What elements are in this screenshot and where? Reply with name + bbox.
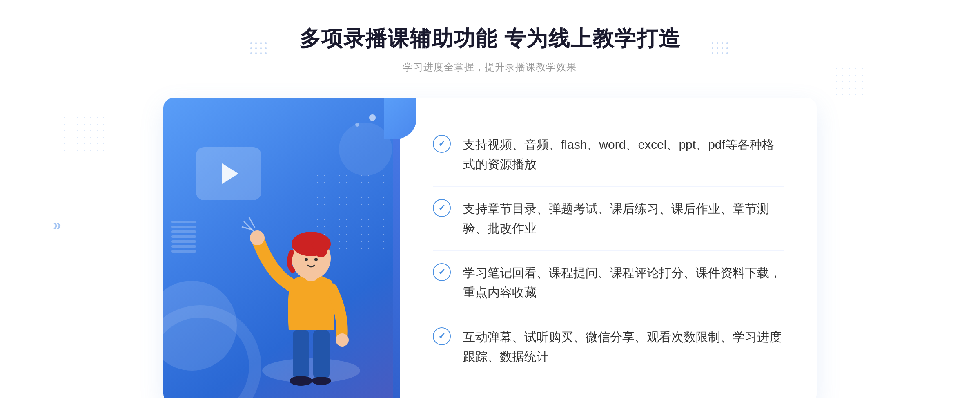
check-icon-3: ✓ (438, 268, 445, 277)
header-dec-right (712, 42, 730, 56)
main-title: 多项录播课辅助功能 专为线上教学打造 (299, 25, 681, 53)
header-dec-left (250, 42, 268, 56)
feature-item-2: ✓ 支持章节目录、弹题考试、课后练习、课后作业、章节测验、批改作业 (433, 187, 784, 251)
svg-point-5 (250, 230, 265, 245)
illustration-container (238, 199, 385, 398)
feature-text-1: 支持视频、音频、flash、word、excel、ppt、pdf等各种格式的资源… (463, 135, 784, 174)
check-icon-4: ✓ (438, 332, 445, 341)
chevron-left-decoration: » (53, 217, 61, 234)
svg-rect-2 (313, 330, 330, 379)
check-circle-4: ✓ (433, 327, 451, 345)
feature-text-3: 学习笔记回看、课程提问、课程评论打分、课件资料下载，重点内容收藏 (463, 263, 784, 302)
feature-item-4: ✓ 互动弹幕、试听购买、微信分享、观看次数限制、学习进度跟踪、数据统计 (433, 315, 784, 379)
page-container: » 多项录播课辅助功能 专为线上教学打造 学习进度全掌握，提升录播课教学效果 (0, 0, 980, 398)
check-icon-2: ✓ (438, 203, 445, 212)
check-circle-1: ✓ (433, 135, 451, 153)
svg-rect-1 (293, 330, 309, 379)
left-stripes (172, 221, 196, 270)
content-area: ✓ 支持视频、音频、flash、word、excel、ppt、pdf等各种格式的… (163, 98, 817, 398)
feature-item-1: ✓ 支持视频、音频、flash、word、excel、ppt、pdf等各种格式的… (433, 123, 784, 187)
play-triangle (222, 163, 238, 184)
accent-bar (393, 98, 400, 398)
header-section: 多项录播课辅助功能 专为线上教学打造 学习进度全掌握，提升录播课教学效果 (299, 25, 681, 74)
left-panel (163, 98, 400, 398)
small-circle-1 (369, 114, 376, 121)
svg-point-10 (305, 258, 308, 261)
check-circle-3: ✓ (433, 263, 451, 281)
person-illustration (238, 199, 385, 398)
svg-line-14 (249, 217, 255, 228)
check-icon-1: ✓ (438, 139, 445, 148)
svg-point-6 (336, 333, 349, 347)
dot-decoration-left (61, 114, 110, 163)
small-circle-2 (355, 123, 359, 127)
dot-decoration-right (833, 65, 866, 98)
feature-item-3: ✓ 学习笔记回看、课程提问、课程评论打分、课件资料下载，重点内容收藏 (433, 251, 784, 315)
svg-point-3 (290, 376, 312, 386)
svg-point-11 (314, 258, 318, 261)
sub-title: 学习进度全掌握，提升录播课教学效果 (299, 60, 681, 74)
play-bubble (196, 147, 261, 200)
feature-text-2: 支持章节目录、弹题考试、课后练习、课后作业、章节测验、批改作业 (463, 199, 784, 238)
svg-point-4 (312, 377, 331, 385)
check-circle-2: ✓ (433, 199, 451, 217)
feature-text-4: 互动弹幕、试听购买、微信分享、观看次数限制、学习进度跟踪、数据统计 (463, 327, 784, 367)
right-panel: ✓ 支持视频、音频、flash、word、excel、ppt、pdf等各种格式的… (400, 98, 817, 398)
